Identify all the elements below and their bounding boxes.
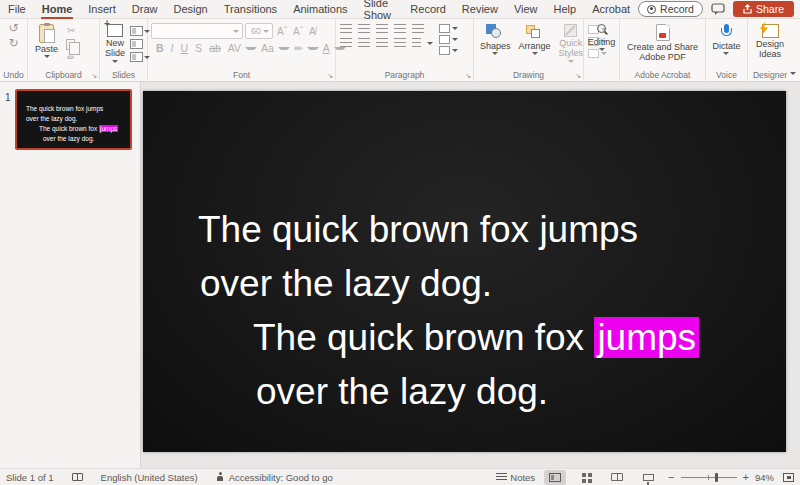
underline-button[interactable]: U: [178, 42, 192, 54]
quick-styles-label: Quick Styles: [559, 38, 584, 59]
text-highlight-color-button[interactable]: ✏: [291, 42, 306, 54]
status-bar: Slide 1 of 1 English (United States) Acc…: [0, 468, 800, 485]
zoom-slider[interactable]: [681, 477, 737, 478]
quick-styles-icon: [564, 24, 577, 37]
text-shadow-button[interactable]: S: [192, 42, 205, 54]
dialog-launcher-icon[interactable]: ↘: [91, 72, 97, 80]
dialog-launcher-icon[interactable]: ↘: [327, 72, 333, 80]
spell-check-button[interactable]: [72, 473, 83, 481]
chevron-down-icon: [452, 27, 458, 30]
collapse-ribbon-icon[interactable]: [790, 72, 796, 75]
normal-view-icon: [549, 473, 561, 482]
create-share-pdf-label: Create and Share Adobe PDF: [626, 42, 700, 63]
align-right-icon[interactable]: [376, 38, 388, 48]
reading-view-button[interactable]: [606, 470, 628, 485]
slide-text-line[interactable]: over the lazy dog.: [200, 262, 492, 306]
menu-tab-insert[interactable]: Insert: [80, 0, 124, 19]
reset-slide-icon[interactable]: [130, 39, 143, 49]
text-direction-button[interactable]: [439, 24, 458, 33]
slide-thumbnail[interactable]: The quick brown fox jumps over the lazy …: [15, 89, 132, 150]
slide-text-line[interactable]: The quick brown fox jumps: [198, 208, 638, 252]
font-color-button[interactable]: A: [320, 42, 333, 54]
change-case-button[interactable]: Aa: [258, 42, 277, 54]
comments-icon[interactable]: [711, 3, 725, 16]
highlighted-word: jumps: [594, 317, 699, 358]
menu-tab-transitions[interactable]: Transitions: [216, 0, 285, 19]
slide-canvas[interactable]: The quick brown fox jumps over the lazy …: [143, 91, 786, 452]
menu-tab-design[interactable]: Design: [165, 0, 215, 19]
decrease-font-size-button[interactable]: Aˇ: [291, 26, 305, 37]
chevron-down-icon: [278, 47, 290, 50]
zoom-out-button[interactable]: −: [668, 471, 674, 483]
menu-tab-view[interactable]: View: [506, 0, 546, 19]
fit-slide-to-window-button[interactable]: [783, 473, 794, 482]
columns-icon[interactable]: [412, 38, 421, 48]
menu-tab-help[interactable]: Help: [546, 0, 585, 19]
ribbon-group-undo: ↺ ↻ Undo: [0, 19, 28, 82]
menu-tab-file[interactable]: File: [0, 0, 34, 19]
paragraph-group-label: Paragraph: [336, 70, 473, 80]
increase-font-size-button[interactable]: Aˆ: [275, 26, 289, 37]
convert-smartart-button[interactable]: [439, 46, 458, 55]
align-left-icon[interactable]: [340, 38, 352, 48]
menu-tab-acrobat[interactable]: Acrobat: [584, 0, 638, 19]
clear-formatting-button[interactable]: A̸: [307, 26, 318, 37]
new-slide-label: New Slide: [105, 38, 125, 59]
new-slide-icon: [107, 24, 123, 37]
dialog-launcher-icon[interactable]: ↘: [465, 72, 471, 80]
menu-tab-review[interactable]: Review: [454, 0, 506, 19]
ribbon-group-adobe-acrobat: Create and Share Adobe PDF Adobe Acrobat: [620, 19, 706, 82]
thumb-line: The quick brown fox jumps: [26, 124, 130, 134]
share-button[interactable]: Share: [733, 1, 794, 17]
font-name-combo[interactable]: [151, 23, 243, 39]
bullets-icon[interactable]: [340, 24, 352, 34]
accessibility-icon: [216, 472, 225, 482]
undo-icon[interactable]: ↺: [8, 22, 18, 34]
adobe-pdf-icon: [656, 24, 670, 41]
chevron-down-icon: [568, 60, 574, 63]
zoom-slider-handle[interactable]: [715, 473, 718, 482]
zoom-in-button[interactable]: +: [743, 471, 749, 483]
editing-button[interactable]: Editing: [585, 22, 619, 82]
bold-button[interactable]: B: [153, 42, 167, 54]
dialog-launcher-icon[interactable]: ↘: [575, 72, 581, 80]
ribbon-group-clipboard: Paste ✂ ✏ Clipboard ↘: [28, 19, 100, 82]
menu-tab-animations[interactable]: Animations: [285, 0, 355, 19]
ribbon-group-designer: Design Ideas Designer: [748, 19, 792, 82]
normal-view-button[interactable]: [544, 470, 566, 485]
redo-icon[interactable]: ↻: [8, 37, 18, 49]
ribbon: ↺ ↻ Undo Paste ✂ ✏ Clipboard ↘ New Slide…: [0, 19, 800, 82]
slide-show-button[interactable]: [637, 470, 659, 485]
align-center-icon[interactable]: [358, 38, 370, 48]
strikethrough-button[interactable]: ab: [206, 42, 224, 54]
align-text-button[interactable]: [439, 35, 458, 44]
menu-tab-home[interactable]: Home: [34, 0, 81, 19]
decrease-indent-icon[interactable]: [376, 24, 388, 34]
thumb-line: over the lazy dog.: [26, 114, 130, 124]
line-spacing-icon[interactable]: [412, 24, 424, 34]
notes-button[interactable]: Notes: [496, 472, 535, 483]
slide-text-line[interactable]: over the lazy dog.: [256, 370, 548, 414]
italic-button[interactable]: I: [168, 42, 177, 54]
chevron-down-icon: [452, 38, 458, 41]
record-button[interactable]: Record: [638, 1, 703, 17]
copy-icon[interactable]: [66, 39, 75, 50]
slide-text-line[interactable]: The quick brown fox jumps: [253, 316, 699, 360]
zoom-level[interactable]: 94%: [755, 472, 774, 483]
cut-icon[interactable]: ✂: [63, 26, 79, 36]
font-size-combo[interactable]: 60: [245, 23, 273, 39]
menu-tab-record[interactable]: Record: [402, 0, 453, 19]
menu-tab-slide-show[interactable]: Slide Show: [356, 0, 403, 19]
reading-view-icon: [611, 473, 623, 481]
increase-indent-icon[interactable]: [394, 24, 406, 34]
character-spacing-button[interactable]: AV: [225, 42, 244, 54]
justify-icon[interactable]: [394, 38, 406, 48]
accessibility-checker[interactable]: Accessibility: Good to go: [216, 472, 333, 483]
language-indicator[interactable]: English (United States): [101, 472, 198, 483]
chevron-down-icon: [452, 49, 458, 52]
notes-icon: [496, 473, 507, 482]
numbering-icon[interactable]: [358, 24, 370, 34]
menu-tab-draw[interactable]: Draw: [124, 0, 166, 19]
font-size-value: 60: [251, 26, 261, 36]
slide-sorter-view-button[interactable]: [575, 470, 597, 485]
